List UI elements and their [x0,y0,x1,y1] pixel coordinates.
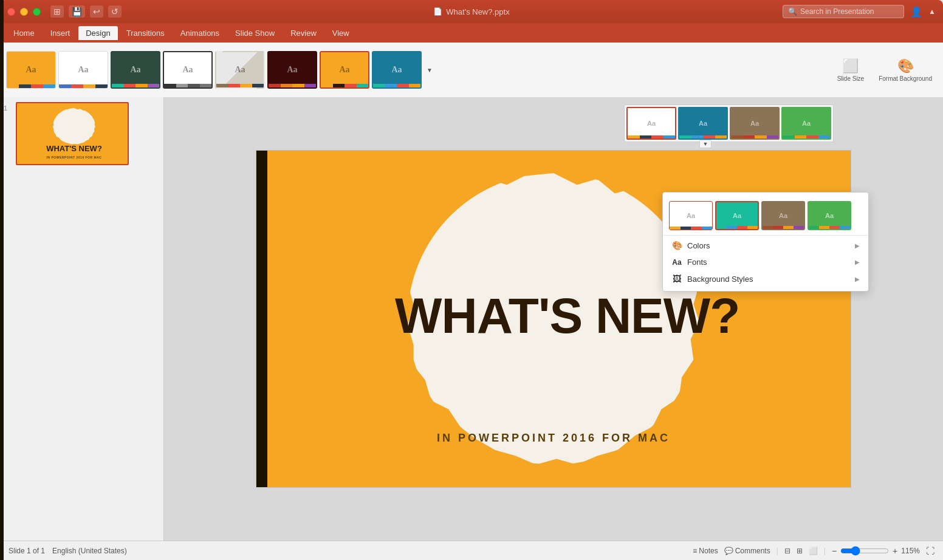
tab-animations[interactable]: Animations [173,26,227,40]
document-title: What's New?.pptx [446,7,509,16]
format-background-icon: 🎨 [897,58,914,74]
themes-dropdown-arrow[interactable]: ▼ [699,140,712,148]
close-button[interactable] [7,8,15,16]
slide-info: Slide 1 of 1 [9,547,45,555]
slide-size-icon: ⬜ [842,58,859,74]
dropdown-item-colors[interactable]: 🎨 Colors ▶ [663,237,868,254]
zoom-out-button[interactable]: − [832,546,837,556]
tab-home[interactable]: Home [6,26,42,40]
slide-number-1: 1 [4,102,12,112]
search-box[interactable]: 🔍 [783,5,904,18]
minimize-button[interactable] [20,8,28,16]
notes-icon: ≡ [693,547,697,555]
slide-left-bar [256,151,267,487]
theme-thumb-2[interactable]: Aa [58,51,108,89]
app-body: 1 WHAT'S NEW? IN POWERPOINT 2016 FOR MAC… [0,97,943,541]
tab-view[interactable]: View [325,26,357,40]
view-reading-button[interactable]: ⬜ [809,547,818,555]
theme-label-4: Aa [182,65,193,75]
tab-review[interactable]: Review [283,26,324,40]
theme-label-3: Aa [130,65,140,75]
tab-slideshow[interactable]: Slide Show [228,26,282,40]
tab-transitions[interactable]: Transitions [119,26,172,40]
theme-thumb-5[interactable]: Aa [215,51,265,89]
ribbon-right: ⬜ Slide Size 🎨 Format Background [832,56,937,84]
save-button[interactable]: 💾 [69,5,85,18]
language-info: English (United States) [52,547,127,555]
search-input[interactable] [800,7,891,16]
colors-icon: 🎨 [671,241,682,250]
top-themes-extra: Aa Aa Aa Aa [624,104,834,142]
view-grid-button[interactable]: ⊞ [797,547,803,555]
fonts-icon: Aa [671,258,682,267]
slide-subtitle: IN POWERPOINT 2016 FOR MAC [437,432,670,445]
dropdown-thumb-3[interactable]: Aa [761,201,805,230]
tab-design[interactable]: Design [78,26,117,40]
notes-button[interactable]: ≡ Notes [693,547,718,555]
zoom-controls: − + 115% [832,546,920,556]
slide-main-title: WHAT'S NEW? [395,292,739,340]
dropdown-thumb-label-4: Aa [825,212,834,219]
theme-label-1: Aa [26,65,36,75]
slide-area: WHAT'S NEW? IN POWERPOINT 2016 FOR MAC A… [164,97,943,541]
fullscreen-button[interactable] [33,8,41,16]
extra-thumb-3[interactable]: Aa [730,107,780,140]
dropdown-thumb-label-2: Aa [733,212,741,219]
status-divider-2: | [824,547,826,555]
dropdown-thumb-4[interactable]: Aa [808,201,851,230]
extra-thumb-4[interactable]: Aa [781,107,831,140]
fonts-label: Fonts [687,258,707,267]
dropdown-item-background-styles[interactable]: 🖼 Background Styles ▶ [663,270,868,287]
theme-thumb-8[interactable]: Aa [372,51,422,89]
slide-size-button[interactable]: ⬜ Slide Size [832,56,869,84]
fonts-item-left: Aa Fonts [671,258,707,267]
fonts-chevron: ▶ [855,259,860,265]
dropdown-item-fonts[interactable]: Aa Fonts ▶ [663,254,868,270]
fit-screen-button[interactable]: ⛶ [926,546,934,556]
account-icon[interactable]: 👤 [910,6,922,18]
dropdown-thumb-2[interactable]: Aa [715,201,759,230]
theme-label-7: Aa [339,65,349,75]
tab-insert[interactable]: Insert [43,26,78,40]
theme-thumb-4[interactable]: Aa [163,51,213,89]
theme-label-2: Aa [78,65,88,75]
slide-item-1: 1 WHAT'S NEW? IN POWERPOINT 2016 FOR MAC [4,102,160,165]
theme-thumb-1[interactable]: Aa [6,51,56,89]
zoom-slider[interactable] [840,546,889,556]
theme-dropdown: Aa Aa Aa Aa 🎨 [662,192,869,292]
format-background-label: Format Background [879,75,932,82]
status-bar: Slide 1 of 1 English (United States) ≡ N… [0,541,943,560]
dropdown-thumbs-row: Aa Aa Aa Aa [663,196,868,234]
title-bar: ⊞ 💾 ↩ ↺ 📄 What's New?.pptx 🔍 👤 ▲ [0,0,943,23]
zoom-in-button[interactable]: + [893,546,897,556]
redo-button[interactable]: ↺ [108,5,122,18]
ribbon-content: Aa Aa Aa Aa Aa [0,43,943,97]
theme-thumb-3[interactable]: Aa [111,51,160,89]
slide-thumbnail-1[interactable]: WHAT'S NEW? IN POWERPOINT 2016 FOR MAC [16,102,129,165]
title-bar-right: 🔍 👤 ▲ [783,5,936,18]
theme-label-5: Aa [235,65,245,75]
comments-button[interactable]: 💬 Comments [724,547,770,555]
format-background-button[interactable]: 🎨 Format Background [874,56,937,84]
ribbon-toggle-icon[interactable]: ▲ [928,7,936,16]
dropdown-divider-1 [663,235,868,236]
dropdown-thumb-1[interactable]: Aa [669,201,713,230]
status-divider-1: | [777,547,778,555]
file-icon: 📄 [433,7,442,16]
extra-thumb-1[interactable]: Aa [626,107,676,140]
customize-toolbar-button[interactable]: ⊞ [50,5,64,18]
extra-thumb-2[interactable]: Aa [678,107,728,140]
notes-label: Notes [699,547,718,555]
comments-icon: 💬 [724,547,733,555]
themes-more-button[interactable]: ▼ [424,51,435,89]
bg-styles-label: Background Styles [687,275,753,284]
theme-thumb-6[interactable]: Aa [267,51,317,89]
slide-thumb-title: WHAT'S NEW? [46,145,102,153]
theme-thumb-7[interactable]: Aa [320,51,369,89]
colors-chevron: ▶ [855,242,860,249]
view-normal-button[interactable]: ⊟ [784,547,790,555]
theme-label-8: Aa [391,65,402,75]
undo-button[interactable]: ↩ [90,5,103,18]
comments-label: Comments [735,547,770,555]
bg-styles-icon: 🖼 [671,274,682,284]
